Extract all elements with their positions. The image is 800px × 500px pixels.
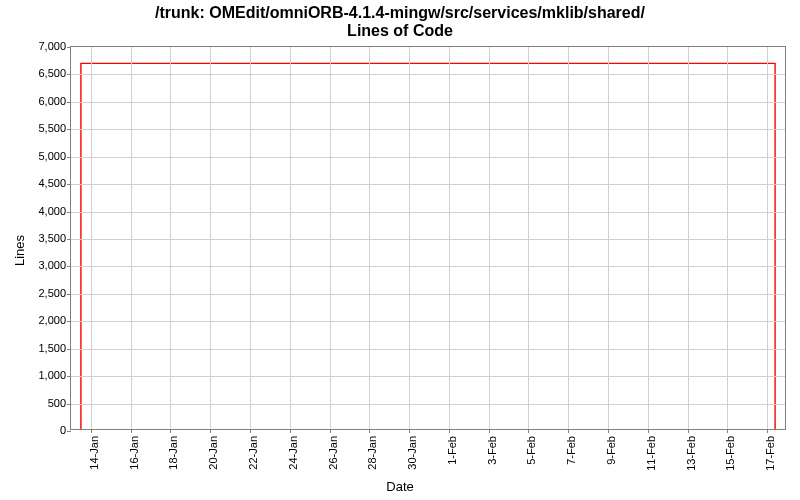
y-tick-label: 0 (6, 424, 66, 436)
y-tick-label: 2,000 (6, 314, 66, 326)
y-tick (67, 102, 71, 103)
y-tick-label: 1,000 (6, 369, 66, 381)
gridline-h (71, 239, 785, 240)
y-tick-label: 5,000 (6, 150, 66, 162)
y-tick-label: 5,500 (6, 122, 66, 134)
x-tick-label: 28-Jan (366, 436, 378, 470)
gridline-h (71, 321, 785, 322)
x-tick (210, 429, 211, 433)
x-tick (170, 429, 171, 433)
x-tick (250, 429, 251, 433)
gridline-v (369, 47, 370, 429)
gridline-h (71, 404, 785, 405)
chart-title-line2: Lines of Code (347, 22, 453, 39)
x-tick (528, 429, 529, 433)
y-tick (67, 184, 71, 185)
gridline-v (608, 47, 609, 429)
gridline-h (71, 266, 785, 267)
y-tick-label: 7,000 (6, 40, 66, 52)
y-tick-label: 3,500 (6, 232, 66, 244)
y-tick-label: 6,000 (6, 95, 66, 107)
x-tick-label: 18-Jan (167, 436, 179, 470)
x-tick (369, 429, 370, 433)
y-tick (67, 376, 71, 377)
x-tick (608, 429, 609, 433)
y-tick (67, 349, 71, 350)
x-tick-label: 5-Feb (525, 436, 537, 465)
x-tick-label: 20-Jan (207, 436, 219, 470)
y-tick-label: 4,000 (6, 205, 66, 217)
x-tick-label: 26-Jan (327, 436, 339, 470)
gridline-v (91, 47, 92, 429)
y-tick (67, 157, 71, 158)
loc-chart: /trunk: OMEdit/omniORB-4.1.4-mingw/src/s… (0, 0, 800, 500)
y-tick-label: 2,500 (6, 287, 66, 299)
gridline-h (71, 184, 785, 185)
gridline-v (767, 47, 768, 429)
y-tick-label: 3,000 (6, 259, 66, 271)
x-tick (449, 429, 450, 433)
x-tick (489, 429, 490, 433)
y-tick (67, 404, 71, 405)
y-tick (67, 294, 71, 295)
x-tick-label: 7-Feb (565, 436, 577, 465)
x-axis-title: Date (0, 479, 800, 494)
gridline-v (210, 47, 211, 429)
gridline-v (528, 47, 529, 429)
x-tick-label: 22-Jan (247, 436, 259, 470)
x-tick-label: 11-Feb (645, 436, 657, 471)
x-tick-label: 30-Jan (406, 436, 418, 470)
gridline-v (449, 47, 450, 429)
y-tick (67, 239, 71, 240)
x-tick (131, 429, 132, 433)
gridline-v (489, 47, 490, 429)
gridline-h (71, 102, 785, 103)
gridline-v (290, 47, 291, 429)
x-tick (568, 429, 569, 433)
y-tick (67, 431, 71, 432)
x-tick (688, 429, 689, 433)
y-tick-label: 6,500 (6, 67, 66, 79)
gridline-v (727, 47, 728, 429)
gridline-v (409, 47, 410, 429)
y-tick (67, 266, 71, 267)
y-tick-label: 1,500 (6, 342, 66, 354)
x-tick-label: 13-Feb (685, 436, 697, 471)
chart-title-line1: /trunk: OMEdit/omniORB-4.1.4-mingw/src/s… (155, 4, 645, 21)
x-tick-label: 14-Jan (88, 436, 100, 470)
x-tick-label: 17-Feb (764, 436, 776, 471)
x-tick (648, 429, 649, 433)
y-tick (67, 129, 71, 130)
plot-area (70, 46, 786, 430)
x-tick (767, 429, 768, 433)
x-tick (91, 429, 92, 433)
x-tick (290, 429, 291, 433)
chart-title: /trunk: OMEdit/omniORB-4.1.4-mingw/src/s… (0, 4, 800, 41)
gridline-h (71, 294, 785, 295)
y-tick (67, 47, 71, 48)
x-tick-label: 9-Feb (605, 436, 617, 465)
gridline-h (71, 74, 785, 75)
gridline-h (71, 157, 785, 158)
gridline-h (71, 349, 785, 350)
y-tick-label: 500 (6, 397, 66, 409)
gridline-v (170, 47, 171, 429)
gridline-h (71, 129, 785, 130)
data-series-line (71, 47, 785, 429)
y-tick-label: 4,500 (6, 177, 66, 189)
x-tick-label: 16-Jan (128, 436, 140, 470)
y-tick (67, 212, 71, 213)
x-tick-label: 1-Feb (446, 436, 458, 465)
x-tick-label: 24-Jan (287, 436, 299, 470)
gridline-h (71, 376, 785, 377)
x-tick (727, 429, 728, 433)
x-tick-label: 3-Feb (486, 436, 498, 465)
gridline-v (250, 47, 251, 429)
y-tick (67, 74, 71, 75)
gridline-v (330, 47, 331, 429)
gridline-v (648, 47, 649, 429)
x-tick (409, 429, 410, 433)
gridline-h (71, 212, 785, 213)
x-tick-label: 15-Feb (724, 436, 736, 471)
gridline-v (131, 47, 132, 429)
